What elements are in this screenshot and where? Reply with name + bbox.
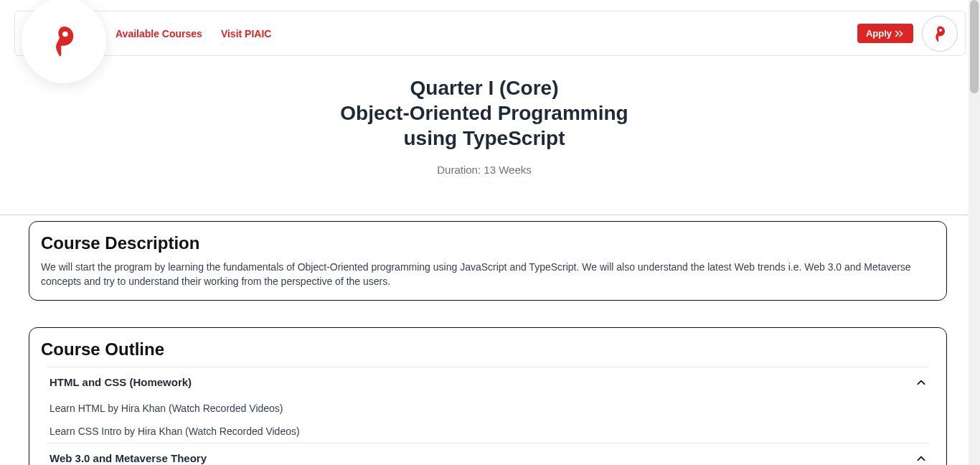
course-description-card: Course Description We will start the pro… xyxy=(29,221,947,301)
panaverse-logo-icon xyxy=(50,24,77,58)
course-outline-card: Course Outline HTML and CSS (Homework) L… xyxy=(29,327,947,465)
outline-section-title: Web 3.0 and Metaverse Theory xyxy=(50,452,207,464)
scrollbar-track[interactable] xyxy=(969,0,980,465)
hero-section: Quarter I (Core) Object-Oriented Program… xyxy=(0,75,969,176)
secondary-logo-button[interactable] xyxy=(922,16,958,52)
title-line-2: Object-Oriented Programming xyxy=(340,102,628,124)
nav-link-courses[interactable]: Available Courses xyxy=(116,28,202,39)
panaverse-logo-small-icon xyxy=(933,24,947,43)
description-heading: Course Description xyxy=(41,233,935,253)
outline-item[interactable]: Learn HTML by Hira Khan (Watch Recorded … xyxy=(47,397,929,420)
svg-point-1 xyxy=(939,29,942,32)
navbar: Available Courses Visit PIAIC Apply xyxy=(14,11,966,56)
chevron-double-right-icon xyxy=(895,29,905,38)
scrollbar-thumb[interactable] xyxy=(970,0,979,93)
outline-section-title: HTML and CSS (Homework) xyxy=(50,376,192,388)
outline-section-header[interactable]: Web 3.0 and Metaverse Theory xyxy=(47,443,929,465)
outline-heading: Course Outline xyxy=(41,339,935,360)
nav-link-piaic[interactable]: Visit PIAIC xyxy=(221,28,272,39)
title-line-1: Quarter I (Core) xyxy=(410,77,559,99)
section-divider xyxy=(0,215,969,215)
apply-button[interactable]: Apply xyxy=(857,24,913,43)
apply-button-label: Apply xyxy=(866,28,892,39)
chevron-up-icon xyxy=(916,454,926,464)
chevron-up-icon xyxy=(916,377,926,388)
title-line-3: using TypeScript xyxy=(403,127,565,149)
primary-logo[interactable] xyxy=(22,0,106,83)
outline-list: HTML and CSS (Homework) Learn HTML by Hi… xyxy=(41,367,935,465)
outline-item[interactable]: Learn CSS Intro by Hira Khan (Watch Reco… xyxy=(47,420,929,443)
description-body: We will start the program by learning th… xyxy=(41,260,935,288)
outline-section-header[interactable]: HTML and CSS (Homework) xyxy=(47,367,929,397)
svg-point-0 xyxy=(62,32,68,37)
page-title: Quarter I (Core) Object-Oriented Program… xyxy=(0,75,969,151)
duration-text: Duration: 13 Weeks xyxy=(0,164,969,176)
